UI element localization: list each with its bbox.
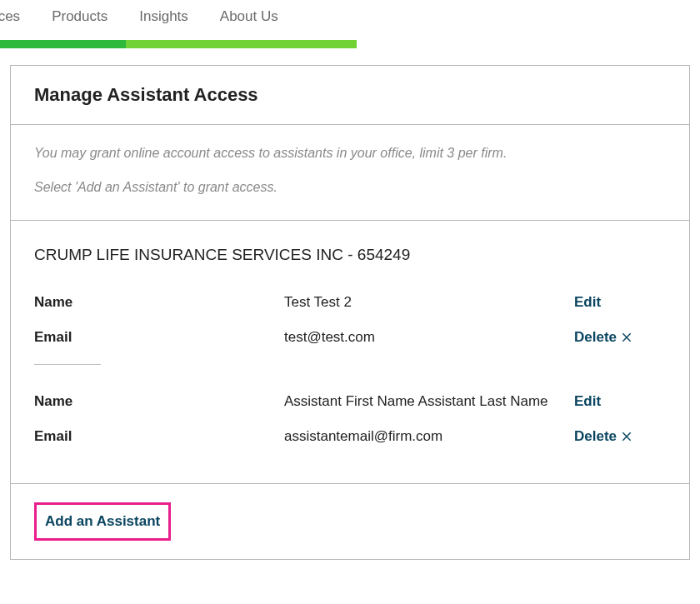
label-name: Name	[34, 393, 284, 410]
delete-label: Delete	[574, 428, 617, 445]
assistant-name-value: Assistant First Name Assistant Last Name	[284, 393, 574, 410]
top-nav: rces Products Insights About Us	[0, 0, 700, 41]
nav-item-about-us[interactable]: About Us	[220, 8, 278, 25]
close-icon	[620, 430, 633, 443]
manage-assistant-card: Manage Assistant Access You may grant on…	[10, 65, 690, 560]
delete-button[interactable]: Delete	[574, 329, 666, 346]
assistant-email-value: assistantemail@firm.com	[284, 428, 574, 445]
card-footer: Add an Assistant	[11, 484, 689, 559]
add-assistant-button[interactable]: Add an Assistant	[34, 502, 171, 541]
card-header: Manage Assistant Access	[11, 66, 689, 125]
assistant-name-value: Test Test 2	[284, 294, 574, 311]
nav-item-insights[interactable]: Insights	[139, 8, 188, 25]
progress-seg-1	[0, 40, 126, 48]
close-icon	[620, 331, 633, 344]
assistant-email-row: Email test@test.com Delete	[34, 329, 666, 346]
firm-section: CRUMP LIFE INSURANCE SERVICES INC - 6542…	[11, 221, 689, 484]
assistant-name-row: Name Assistant First Name Assistant Last…	[34, 393, 666, 410]
page-title: Manage Assistant Access	[34, 84, 666, 106]
label-email: Email	[34, 329, 284, 346]
firm-name: CRUMP LIFE INSURANCE SERVICES INC - 6542…	[34, 246, 666, 264]
intro-line-1: You may grant online account access to a…	[34, 145, 666, 162]
progress-bar	[0, 40, 700, 48]
progress-seg-2	[126, 40, 357, 48]
edit-button[interactable]: Edit	[574, 393, 666, 410]
delete-button[interactable]: Delete	[574, 428, 666, 445]
assistant-divider	[34, 364, 101, 365]
intro-line-2: Select 'Add an Assistant' to grant acces…	[34, 179, 666, 197]
edit-button[interactable]: Edit	[574, 294, 666, 311]
label-email: Email	[34, 428, 284, 445]
card-intro: You may grant online account access to a…	[11, 125, 689, 221]
delete-label: Delete	[574, 329, 617, 346]
nav-item-products[interactable]: Products	[52, 8, 108, 25]
assistant-name-row: Name Test Test 2 Edit	[34, 294, 666, 311]
assistant-email-row: Email assistantemail@firm.com Delete	[34, 428, 666, 445]
nav-item-resources[interactable]: rces	[0, 8, 20, 25]
assistant-email-value: test@test.com	[284, 329, 574, 346]
label-name: Name	[34, 294, 284, 311]
